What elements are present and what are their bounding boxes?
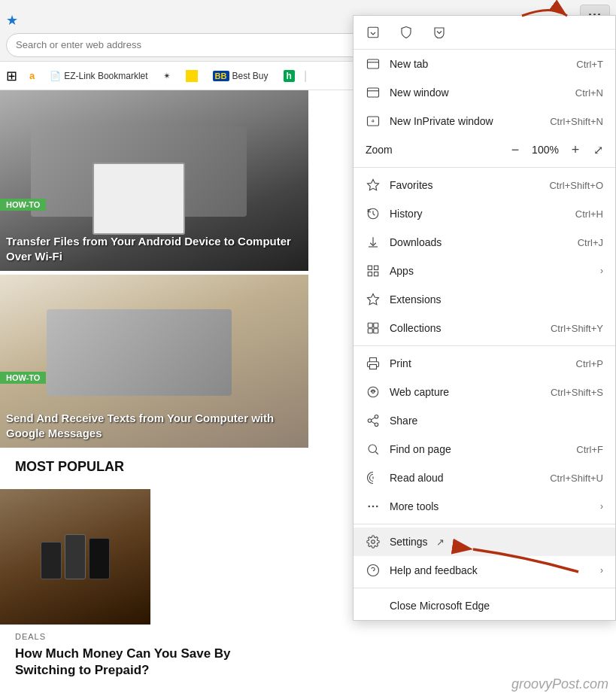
moretools-label: More tools [390, 500, 594, 512]
svg-rect-2 [368, 59, 379, 68]
menu-item-readaloud[interactable]: Read aloud Ctrl+Shift+U [354, 463, 615, 492]
webcapture-shortcut: Ctrl+Shift+S [551, 387, 603, 398]
extensions-label: Extensions [390, 293, 603, 305]
bookmark-yellow[interactable] [180, 67, 204, 85]
zoom-controls: − 100% + ⤢ [506, 141, 603, 159]
site-watermark: groovyPost.com [511, 676, 608, 692]
apps-arrow: › [600, 266, 603, 276]
menu-item-help[interactable]: Help and feedback › [354, 556, 615, 585]
svg-rect-13 [375, 272, 378, 276]
cursor-position: ↗ [436, 536, 445, 548]
collections-icon [366, 321, 381, 336]
menu-item-history[interactable]: History Ctrl+H [354, 199, 615, 228]
article-2: HOW-TO Send And Receive Texts from Your … [0, 275, 308, 448]
new-tab-label: New tab [390, 58, 576, 70]
webcapture-label: Web capture [390, 386, 551, 398]
inprivate-label: New InPrivate window [390, 115, 550, 127]
help-icon [366, 563, 381, 578]
menu-toolbar [354, 16, 615, 50]
menu-item-extensions[interactable]: Extensions [354, 285, 615, 314]
menu-divider-4 [354, 588, 615, 588]
share-label: Share [390, 415, 603, 427]
svg-point-22 [368, 419, 372, 423]
context-menu: New tab Ctrl+T New window Ctrl+N New InP… [353, 15, 616, 621]
svg-rect-18 [370, 365, 377, 369]
webcapture-icon [366, 384, 381, 400]
zoom-value-display: 100% [530, 144, 560, 156]
apps-icon [366, 263, 381, 278]
svg-point-32 [368, 565, 379, 576]
find-label: Find on page [390, 443, 576, 455]
amazon-icon: a [29, 70, 35, 81]
favorites-icon [366, 178, 381, 193]
bookmark-amazon[interactable]: a [23, 67, 41, 84]
menu-item-new-window[interactable]: New window Ctrl+N [354, 78, 615, 107]
menu-item-downloads[interactable]: Downloads Ctrl+J [354, 228, 615, 257]
svg-point-31 [372, 540, 375, 544]
h-icon: h [284, 70, 295, 82]
svg-point-26 [369, 445, 377, 453]
close-edge-icon [366, 598, 381, 613]
zoom-expand-button[interactable]: ⤢ [593, 143, 603, 157]
new-window-label: New window [390, 87, 575, 99]
readaloud-shortcut: Ctrl+Shift+U [550, 473, 603, 484]
svg-point-19 [368, 387, 378, 397]
collections-shortcut: Ctrl+Shift+Y [551, 323, 603, 334]
menu-item-new-tab[interactable]: New tab Ctrl+T [354, 50, 615, 78]
shield-icon[interactable] [396, 22, 417, 43]
bookmark-bestbuy[interactable]: BB Best Buy [207, 68, 275, 84]
menu-item-print[interactable]: Print Ctrl+P [354, 349, 615, 378]
separator: | [304, 69, 307, 83]
svg-line-24 [371, 421, 375, 424]
svg-rect-15 [374, 323, 378, 327]
walmart-icon: ✴ [163, 71, 171, 81]
menu-item-apps[interactable]: Apps › [354, 257, 615, 285]
menu-item-favorites[interactable]: Favorites Ctrl+Shift+O [354, 171, 615, 199]
readaloud-icon [366, 470, 381, 485]
svg-point-29 [377, 506, 378, 507]
zoom-decrease-button[interactable]: − [506, 141, 524, 159]
favorites-label: Favorites [390, 179, 549, 191]
downloads-icon [366, 235, 381, 250]
zoom-increase-button[interactable]: + [566, 141, 584, 159]
svg-point-23 [375, 423, 378, 427]
print-label: Print [390, 357, 576, 369]
menu-item-webcapture[interactable]: Web capture Ctrl+Shift+S [354, 378, 615, 406]
menu-divider-3 [354, 524, 615, 524]
yellow-icon [186, 70, 198, 82]
print-icon [366, 356, 381, 371]
settings-label: Settings [390, 536, 603, 548]
favorites-shortcut: Ctrl+Shift+O [549, 180, 603, 191]
moretools-icon [366, 499, 381, 514]
pocket-icon-2[interactable] [429, 22, 450, 43]
bookmark-h[interactable]: h [278, 67, 301, 85]
menu-item-collections[interactable]: Collections Ctrl+Shift+Y [354, 314, 615, 342]
bookmark-ezlink[interactable]: 📄 EZ-Link Bookmarklet [44, 68, 153, 84]
deal-title: How Much Money Can You Save By Switching… [15, 646, 278, 679]
new-tab-shortcut: Ctrl+T [576, 59, 603, 70]
menu-item-settings[interactable]: Settings ↗ [354, 527, 615, 556]
apps-label: Apps [390, 265, 594, 277]
menu-item-find[interactable]: Find on page Ctrl+F [354, 435, 615, 463]
svg-rect-17 [374, 329, 378, 333]
pocket-icon-1[interactable] [363, 22, 384, 43]
most-popular-heading: MOST POPULAR [15, 459, 124, 475]
help-label: Help and feedback [390, 564, 594, 576]
menu-item-moretools[interactable]: More tools › [354, 492, 615, 521]
svg-rect-14 [368, 323, 372, 327]
find-icon [366, 442, 381, 457]
svg-rect-1 [368, 27, 378, 38]
bookmark-walmart[interactable]: ✴ [157, 68, 177, 84]
menu-item-close-edge[interactable]: Close Microsoft Edge [354, 591, 615, 620]
star-icon: ★ [6, 12, 18, 29]
menu-divider-2 [354, 345, 615, 346]
deals-category: DEALS [15, 632, 46, 641]
menu-item-share[interactable]: Share [354, 406, 615, 435]
svg-point-20 [372, 391, 375, 394]
svg-rect-12 [368, 272, 372, 276]
zoom-row: Zoom − 100% + ⤢ [354, 135, 615, 164]
readaloud-label: Read aloud [390, 472, 550, 484]
share-icon [366, 413, 381, 428]
menu-divider-1 [354, 167, 615, 168]
menu-item-inprivate[interactable]: New InPrivate window Ctrl+Shift+N [354, 107, 615, 135]
